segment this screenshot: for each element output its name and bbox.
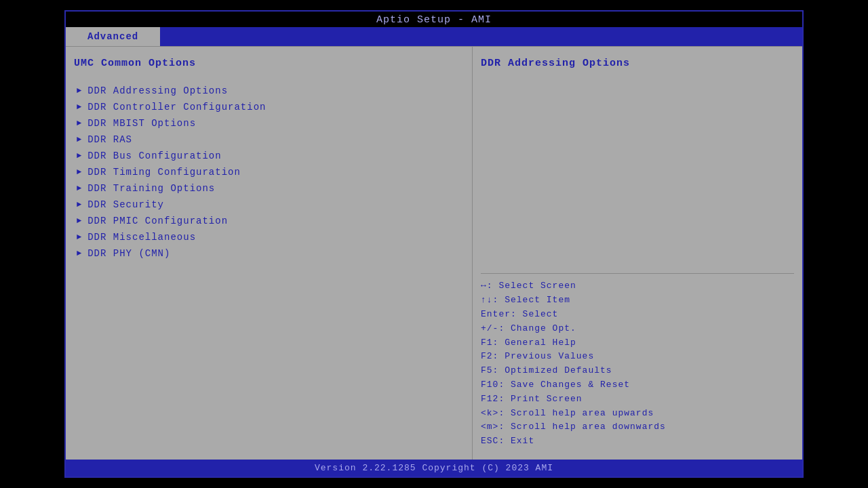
tab-advanced[interactable]: Advanced xyxy=(66,27,160,46)
arrow-icon: ► xyxy=(77,86,82,96)
menu-item-label: DDR PMIC Configuration xyxy=(87,216,228,226)
menu-item-label: DDR MBIST Options xyxy=(87,118,196,129)
help-section: ↔: Select Screen ↑↓: Select Item Enter: … xyxy=(481,279,794,449)
help-item-9: <k>: Scroll help area upwards xyxy=(481,407,794,421)
help-item-6: F5: Optimized Defaults xyxy=(481,364,794,378)
help-item-11: ESC: Exit xyxy=(481,434,794,449)
content-area: UMC Common Options ► DDR Addressing Opti… xyxy=(66,46,802,460)
menu-item-label: DDR Miscellaneous xyxy=(87,232,196,243)
menu-item-ddr-bus[interactable]: ► DDR Bus Configuration xyxy=(74,148,464,164)
help-divider xyxy=(481,273,794,274)
help-item-2: Enter: Select xyxy=(481,308,794,322)
menu-item-label: DDR Addressing Options xyxy=(87,85,228,96)
menu-item-ddr-addressing[interactable]: ► DDR Addressing Options xyxy=(74,83,464,99)
menu-item-ddr-training[interactable]: ► DDR Training Options xyxy=(74,180,464,197)
footer-text: Version 2.22.1285 Copyright (C) 2023 AMI xyxy=(315,463,553,473)
title-bar: Aptio Setup - AMI xyxy=(66,12,802,27)
arrow-icon: ► xyxy=(77,102,82,112)
menu-item-label: DDR Security xyxy=(87,199,164,210)
right-top-content: DDR Addressing Options xyxy=(481,58,794,273)
app-title: Aptio Setup - AMI xyxy=(376,14,492,26)
arrow-icon: ► xyxy=(77,151,82,161)
left-panel: UMC Common Options ► DDR Addressing Opti… xyxy=(66,47,473,460)
menu-item-label: DDR Timing Configuration xyxy=(87,167,241,178)
main-container: Aptio Setup - AMI Advanced UMC Common Op… xyxy=(64,10,804,478)
footer: Version 2.22.1285 Copyright (C) 2023 AMI xyxy=(66,460,802,476)
menu-item-label: DDR Controller Configuration xyxy=(87,102,266,113)
arrow-icon: ► xyxy=(77,119,82,128)
help-item-5: F2: Previous Values xyxy=(481,350,794,364)
menu-item-ddr-misc[interactable]: ► DDR Miscellaneous xyxy=(74,229,464,245)
menu-item-ddr-timing[interactable]: ► DDR Timing Configuration xyxy=(74,164,464,180)
left-panel-title: UMC Common Options xyxy=(74,58,464,69)
arrow-icon: ► xyxy=(77,184,82,193)
arrow-icon: ► xyxy=(77,249,82,258)
menu-item-label: DDR Bus Configuration xyxy=(87,150,221,161)
right-panel: DDR Addressing Options ↔: Select Screen … xyxy=(473,47,802,460)
help-item-0: ↔: Select Screen xyxy=(481,279,794,293)
tab-bar: Advanced xyxy=(66,27,802,46)
menu-item-ddr-controller[interactable]: ► DDR Controller Configuration xyxy=(74,99,464,115)
help-item-3: +/-: Change Opt. xyxy=(481,322,794,336)
arrow-icon: ► xyxy=(77,216,82,226)
menu-item-ddr-security[interactable]: ► DDR Security xyxy=(74,197,464,213)
outer-wrapper: Aptio Setup - AMI Advanced UMC Common Op… xyxy=(0,0,868,488)
menu-item-label: DDR Training Options xyxy=(87,183,215,194)
help-item-8: F12: Print Screen xyxy=(481,392,794,407)
help-item-10: <m>: Scroll help area downwards xyxy=(481,420,794,434)
menu-item-label: DDR RAS xyxy=(87,134,132,145)
menu-item-ddr-phy[interactable]: ► DDR PHY (CMN) xyxy=(74,245,464,262)
help-item-7: F10: Save Changes & Reset xyxy=(481,378,794,392)
menu-item-ddr-mbist[interactable]: ► DDR MBIST Options xyxy=(74,115,464,131)
help-item-1: ↑↓: Select Item xyxy=(481,293,794,308)
menu-item-ddr-ras[interactable]: ► DDR RAS xyxy=(74,131,464,148)
menu-item-label: DDR PHY (CMN) xyxy=(87,248,170,259)
help-item-4: F1: General Help xyxy=(481,336,794,350)
arrow-icon: ► xyxy=(77,135,82,144)
arrow-icon: ► xyxy=(77,167,82,177)
menu-item-ddr-pmic[interactable]: ► DDR PMIC Configuration xyxy=(74,213,464,229)
arrow-icon: ► xyxy=(77,200,82,209)
right-panel-title: DDR Addressing Options xyxy=(481,58,794,69)
arrow-icon: ► xyxy=(77,232,82,242)
menu-list: ► DDR Addressing Options ► DDR Controlle… xyxy=(74,83,464,262)
